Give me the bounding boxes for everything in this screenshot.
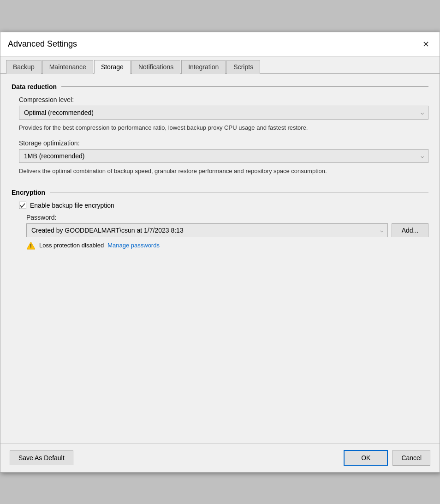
data-reduction-header: Data reduction — [12, 83, 428, 90]
tab-integration[interactable]: Integration — [181, 60, 226, 74]
manage-passwords-link[interactable]: Manage passwords — [107, 242, 160, 249]
compression-label: Compression level: — [19, 96, 428, 103]
tab-notifications[interactable]: Notifications — [131, 60, 180, 74]
advanced-settings-dialog: Advanced Settings ✕ Backup Maintenance S… — [0, 32, 440, 473]
encryption-header: Encryption — [12, 189, 428, 196]
password-row: Created by GOODDEALMART\csun at 1/7/2023… — [26, 223, 428, 237]
compression-dropdown-wrapper: Optimal (recommended) ⌵ — [19, 106, 428, 120]
encryption-title: Encryption — [12, 189, 45, 196]
save-as-default-button[interactable]: Save As Default — [10, 450, 73, 465]
optimization-field-group: Storage optimization: 1MB (recommended) … — [12, 139, 428, 176]
footer-right-buttons: OK Cancel — [344, 450, 430, 466]
close-button[interactable]: ✕ — [419, 38, 432, 51]
section-divider — [61, 86, 428, 87]
data-reduction-title: Data reduction — [12, 83, 57, 90]
optimization-label: Storage optimization: — [19, 139, 428, 147]
encryption-checkbox-label: Enable backup file encryption — [30, 202, 114, 209]
password-dropdown[interactable]: Created by GOODDEALMART\csun at 1/7/2023… — [26, 223, 388, 237]
tab-scripts[interactable]: Scripts — [226, 60, 260, 74]
compression-field-group: Compression level: Optimal (recommended)… — [12, 96, 428, 132]
content-area: Data reduction Compression level: Optima… — [0, 74, 440, 443]
optimization-dropdown[interactable]: 1MB (recommended) — [19, 149, 428, 163]
cancel-button[interactable]: Cancel — [392, 450, 430, 466]
password-dropdown-wrapper: Created by GOODDEALMART\csun at 1/7/2023… — [26, 223, 388, 237]
warning-row: ! Loss protection disabled Manage passwo… — [26, 241, 428, 250]
dialog-title: Advanced Settings — [8, 39, 77, 49]
optimization-dropdown-wrapper: 1MB (recommended) ⌵ — [19, 149, 428, 163]
tab-maintenance[interactable]: Maintenance — [42, 60, 93, 74]
password-label: Password: — [26, 214, 428, 221]
add-password-button[interactable]: Add... — [392, 223, 428, 237]
ok-button[interactable]: OK — [344, 450, 388, 466]
compression-dropdown[interactable]: Optimal (recommended) — [19, 106, 428, 120]
tab-backup[interactable]: Backup — [6, 60, 42, 74]
tab-storage[interactable]: Storage — [94, 60, 131, 74]
checkmark-icon — [20, 203, 25, 208]
encryption-checkbox-row: Enable backup file encryption — [19, 202, 428, 209]
encryption-checkbox[interactable] — [19, 202, 26, 209]
warning-text: Loss protection disabled — [39, 242, 104, 249]
encryption-section: Encryption Enable backup file encryption… — [12, 189, 428, 250]
warning-icon: ! — [26, 241, 36, 250]
encryption-divider — [50, 192, 428, 192]
tab-bar: Backup Maintenance Storage Notifications… — [0, 57, 440, 74]
title-bar: Advanced Settings ✕ — [0, 32, 440, 57]
svg-text:!: ! — [30, 243, 32, 250]
optimization-description: Delivers the optimal combination of back… — [19, 167, 428, 176]
data-reduction-section: Data reduction Compression level: Optima… — [12, 83, 428, 176]
compression-description: Provides for the best compression to per… — [19, 123, 428, 132]
footer: Save As Default OK Cancel — [0, 443, 440, 472]
